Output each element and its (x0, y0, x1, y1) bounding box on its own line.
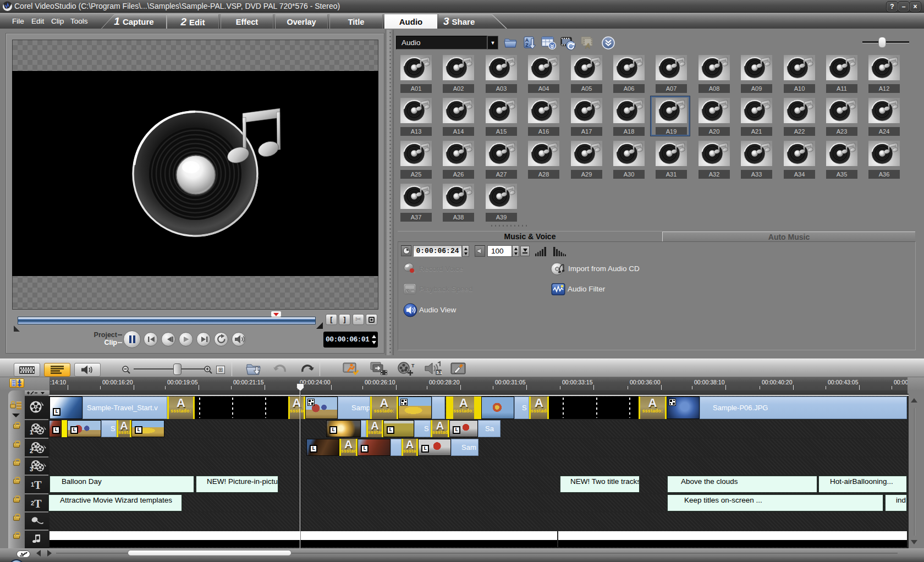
svg-text:2: 2 (30, 448, 33, 454)
svg-text:3: 3 (30, 466, 33, 472)
svg-text:A: A (585, 42, 590, 50)
svg-text:T: T (411, 363, 415, 368)
svg-text:5.1: 5.1 (437, 370, 442, 375)
svg-text:1: 1 (30, 429, 33, 436)
svg-text:Z: Z (525, 42, 529, 48)
